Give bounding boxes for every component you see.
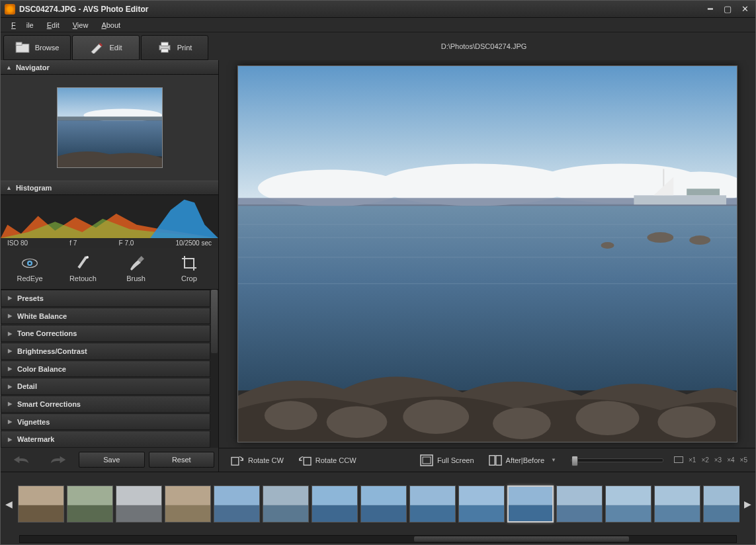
svg-rect-58 xyxy=(361,486,406,505)
svg-point-31 xyxy=(601,242,614,249)
accordion-scrollbar[interactable] xyxy=(210,290,218,448)
close-button[interactable]: ✕ xyxy=(738,4,751,15)
filmstrip-scrollbar[interactable] xyxy=(19,535,737,543)
fullscreen-button[interactable]: Full Screen xyxy=(416,452,478,469)
thumbnail-item[interactable] xyxy=(214,485,260,523)
tool-crop[interactable]: Crop xyxy=(166,255,212,282)
menu-edit[interactable]: Edit xyxy=(42,20,65,30)
accordion-label: Presets xyxy=(17,294,44,302)
accordion-color-balance[interactable]: ▶Color Balance xyxy=(1,360,210,378)
svg-rect-22 xyxy=(634,195,726,204)
thumbnail-item[interactable] xyxy=(507,485,554,523)
thumbnail-item[interactable] xyxy=(458,485,505,523)
tool-retouch[interactable]: Retouch xyxy=(60,255,106,282)
zoom-x3[interactable]: ×3 xyxy=(714,456,722,464)
thumbnail-item[interactable] xyxy=(409,485,456,523)
menu-about[interactable]: About xyxy=(96,20,126,30)
thumbnail-item[interactable] xyxy=(18,485,64,523)
svg-rect-43 xyxy=(495,455,501,465)
accordion-watermark[interactable]: ▶Watermark xyxy=(1,431,210,448)
redo-button[interactable] xyxy=(42,452,75,468)
accordion-label: Vignettes xyxy=(17,418,50,426)
minimize-button[interactable]: ━ xyxy=(704,4,717,15)
svg-rect-67 xyxy=(557,505,602,521)
svg-rect-50 xyxy=(165,486,210,505)
thumbnail-item[interactable] xyxy=(703,485,739,523)
tool-brush[interactable]: Brush xyxy=(113,255,159,282)
svg-rect-63 xyxy=(459,505,504,521)
navigator-body xyxy=(1,75,218,181)
accordion-label: Tone Corrections xyxy=(17,329,77,337)
scrollbar-thumb[interactable] xyxy=(211,290,218,353)
svg-point-30 xyxy=(689,235,710,245)
zoom-knob[interactable] xyxy=(571,456,578,466)
svg-rect-56 xyxy=(312,486,357,505)
svg-rect-60 xyxy=(410,486,455,505)
zoom-fit-icon[interactable] xyxy=(674,456,683,463)
accordion: ▶Presets▶White Balance▶Tone Corrections▶… xyxy=(1,290,218,448)
thumbnail-item[interactable] xyxy=(67,485,113,523)
navigator-thumbnail[interactable] xyxy=(57,87,163,168)
svg-rect-24 xyxy=(687,189,720,195)
rotate-ccw-icon xyxy=(298,454,312,466)
thumbnail-item[interactable] xyxy=(165,485,211,523)
tab-browse[interactable]: Browse xyxy=(3,35,71,60)
after-before-button[interactable]: After|Before ▼ xyxy=(485,452,560,469)
filmstrip-next[interactable]: ▶ xyxy=(739,475,755,533)
rotate-cw-icon xyxy=(231,454,244,466)
menu-file[interactable]: File xyxy=(6,20,39,30)
svg-point-36 xyxy=(575,401,639,435)
filmstrip-scroll-thumb[interactable] xyxy=(414,536,629,542)
zoom-x2[interactable]: ×2 xyxy=(701,456,708,464)
maximize-button[interactable]: ▢ xyxy=(721,4,734,15)
tab-edit[interactable]: Edit xyxy=(72,35,140,60)
thumbnail-item[interactable] xyxy=(116,485,162,523)
thumbnail-item[interactable] xyxy=(605,485,651,523)
accordion-vignettes[interactable]: ▶Vignettes xyxy=(1,413,210,431)
chevron-right-icon: ▶ xyxy=(8,295,12,301)
filmstrip-prev[interactable]: ◀ xyxy=(1,475,17,533)
undo-icon xyxy=(13,454,30,465)
fullscreen-icon xyxy=(420,454,433,466)
rotate-cw-button[interactable]: Rotate CW xyxy=(227,452,288,469)
rotate-ccw-button[interactable]: Rotate CCW xyxy=(294,452,360,469)
histogram-header[interactable]: ▲ Histogram xyxy=(1,181,218,195)
split-icon xyxy=(489,454,502,466)
zoom-x1[interactable]: ×1 xyxy=(689,456,696,464)
thumbnail-item[interactable] xyxy=(360,485,407,523)
reset-button[interactable]: Reset xyxy=(149,452,215,468)
thumbnail-item[interactable] xyxy=(263,485,309,523)
tool-redeye-label: RedEye xyxy=(17,274,43,282)
svg-rect-61 xyxy=(410,505,455,521)
navigator-header[interactable]: ▲ Navigator xyxy=(1,60,218,75)
zoom-slider[interactable] xyxy=(571,458,663,462)
main-canvas[interactable] xyxy=(237,65,737,442)
thumbnail-item[interactable] xyxy=(556,485,603,523)
accordion-presets[interactable]: ▶Presets xyxy=(1,290,210,307)
save-button[interactable]: Save xyxy=(79,452,145,468)
accordion-white-balance[interactable]: ▶White Balance xyxy=(1,308,210,325)
accordion-detail[interactable]: ▶Detail xyxy=(1,378,210,395)
tool-redeye[interactable]: RedEye xyxy=(7,255,53,282)
redo-icon xyxy=(50,454,67,465)
svg-rect-64 xyxy=(509,487,552,505)
zoom-x4[interactable]: ×4 xyxy=(727,456,734,464)
accordion-brightness-contrast[interactable]: ▶Brightness/Contrast xyxy=(1,343,210,360)
dropdown-icon: ▼ xyxy=(551,457,556,463)
accordion-smart-corrections[interactable]: ▶Smart Corrections xyxy=(1,396,210,413)
hist-f2: F 7.0 xyxy=(119,239,134,247)
top-toolbar: Browse Edit Print D:\Photos\DSC04274.JPG xyxy=(1,32,755,60)
svg-rect-68 xyxy=(606,486,651,505)
accordion-tone-corrections[interactable]: ▶Tone Corrections xyxy=(1,325,210,342)
svg-rect-46 xyxy=(67,486,112,505)
svg-point-34 xyxy=(403,399,469,434)
wand-icon xyxy=(74,255,91,272)
menu-view[interactable]: View xyxy=(67,20,94,30)
tab-print[interactable]: Print xyxy=(141,35,208,60)
svg-rect-4 xyxy=(161,49,168,52)
thumbnail-item[interactable] xyxy=(654,485,700,523)
zoom-x5[interactable]: ×5 xyxy=(740,456,747,464)
undo-button[interactable] xyxy=(5,452,38,468)
thumbnail-item[interactable] xyxy=(312,485,358,523)
chevron-right-icon: ▶ xyxy=(8,437,12,442)
